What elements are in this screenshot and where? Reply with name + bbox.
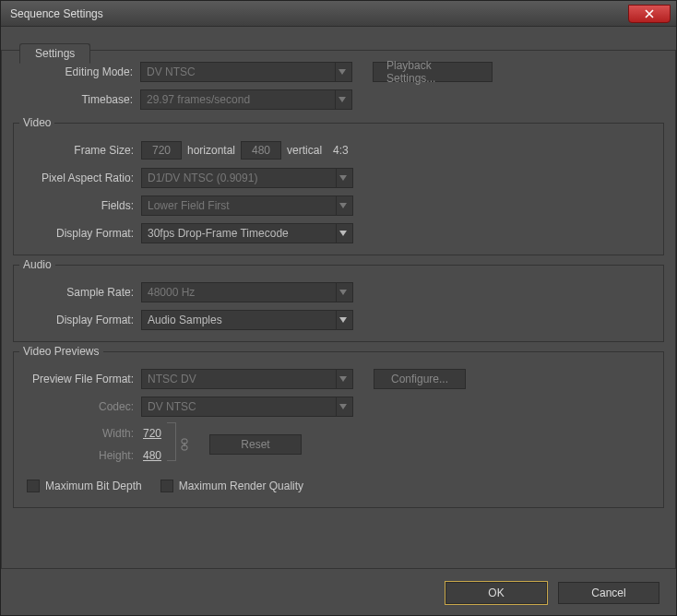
max-bit-depth-label: Maximum Bit Depth bbox=[45, 480, 142, 492]
video-previews-group: Video Previews Preview File Format: NTSC… bbox=[13, 351, 664, 508]
preview-width-value[interactable]: 720 bbox=[143, 427, 161, 440]
footer-buttons: OK Cancel bbox=[445, 582, 659, 604]
preview-height-label: Height: bbox=[99, 449, 134, 462]
link-icon[interactable] bbox=[176, 422, 193, 467]
timebase-label: Timebase: bbox=[2, 93, 140, 106]
chevron-down-icon bbox=[336, 196, 349, 215]
timebase-select[interactable]: 29.97 frames/second bbox=[140, 89, 352, 110]
preview-width-label: Width: bbox=[102, 427, 134, 440]
fields-label: Fields: bbox=[21, 199, 141, 212]
close-button[interactable] bbox=[628, 5, 671, 23]
chevron-down-icon bbox=[336, 224, 349, 243]
cancel-button[interactable]: Cancel bbox=[558, 582, 659, 604]
fields-value: Lower Field First bbox=[148, 199, 230, 212]
sequence-settings-window: Sequence Settings Settings Editing Mode:… bbox=[0, 0, 677, 616]
codec-select[interactable]: DV NTSC bbox=[141, 397, 353, 417]
link-bracket bbox=[167, 422, 176, 461]
frame-horizontal-label: horizontal bbox=[187, 144, 235, 157]
chevron-down-icon bbox=[336, 283, 349, 302]
codec-value: DV NTSC bbox=[148, 400, 196, 413]
preview-file-format-select[interactable]: NTSC DV bbox=[141, 369, 353, 389]
audio-group: Audio Sample Rate: 48000 Hz Display Form… bbox=[13, 265, 664, 342]
audio-legend: Audio bbox=[19, 258, 55, 271]
editing-mode-label: Editing Mode: bbox=[2, 65, 140, 78]
chevron-down-icon bbox=[336, 397, 349, 416]
audio-display-format-label: Display Format: bbox=[21, 314, 141, 326]
frame-width-input[interactable]: 720 bbox=[141, 141, 182, 160]
settings-panel: Editing Mode: DV NTSC Playback Settings.… bbox=[1, 50, 676, 569]
audio-display-format-select[interactable]: Audio Samples bbox=[141, 310, 353, 330]
tab-settings[interactable]: Settings bbox=[19, 43, 90, 64]
sample-rate-select[interactable]: 48000 Hz bbox=[141, 282, 353, 302]
frame-size-label: Frame Size: bbox=[21, 144, 141, 157]
reset-button[interactable]: Reset bbox=[209, 434, 302, 455]
audio-display-format-value: Audio Samples bbox=[148, 314, 222, 326]
chevron-down-icon bbox=[335, 63, 348, 81]
sample-rate-value: 48000 Hz bbox=[148, 286, 195, 299]
frame-height-input[interactable]: 480 bbox=[241, 141, 281, 160]
configure-button[interactable]: Configure... bbox=[374, 369, 466, 389]
playback-settings-button[interactable]: Playback Settings... bbox=[373, 62, 493, 82]
fields-select[interactable]: Lower Field First bbox=[141, 195, 353, 216]
video-legend: Video bbox=[19, 116, 54, 129]
preview-file-format-label: Preview File Format: bbox=[21, 373, 141, 385]
previews-legend: Video Previews bbox=[19, 345, 103, 358]
timebase-value: 29.97 frames/second bbox=[147, 93, 250, 106]
video-display-format-select[interactable]: 30fps Drop-Frame Timecode bbox=[141, 223, 353, 243]
max-bit-depth-checkbox[interactable] bbox=[27, 480, 40, 492]
editing-mode-value: DV NTSC bbox=[147, 65, 196, 78]
video-display-format-label: Display Format: bbox=[21, 227, 141, 240]
preview-height-value[interactable]: 480 bbox=[143, 449, 161, 462]
preview-file-format-value: NTSC DV bbox=[148, 373, 196, 385]
frame-aspect-label: 4:3 bbox=[333, 144, 349, 157]
par-select[interactable]: D1/DV NTSC (0.9091) bbox=[141, 168, 353, 188]
content-area: Settings Editing Mode: DV NTSC Playback … bbox=[1, 27, 676, 615]
frame-vertical-label: vertical bbox=[287, 144, 322, 157]
max-render-quality-label: Maximum Render Quality bbox=[179, 480, 303, 492]
chevron-down-icon bbox=[336, 370, 349, 388]
video-display-format-value: 30fps Drop-Frame Timecode bbox=[148, 227, 289, 240]
titlebar: Sequence Settings bbox=[1, 1, 676, 27]
chevron-down-icon bbox=[336, 169, 349, 187]
window-title: Sequence Settings bbox=[10, 7, 103, 20]
sample-rate-label: Sample Rate: bbox=[21, 286, 141, 299]
max-render-quality-checkbox[interactable] bbox=[160, 480, 173, 492]
chevron-down-icon bbox=[335, 90, 348, 109]
close-icon bbox=[645, 6, 654, 22]
chevron-down-icon bbox=[336, 311, 349, 329]
codec-label: Codec: bbox=[21, 400, 141, 413]
editing-mode-select[interactable]: DV NTSC bbox=[140, 62, 352, 82]
par-value: D1/DV NTSC (0.9091) bbox=[148, 172, 257, 184]
video-group: Video Frame Size: 720 horizontal 480 ver… bbox=[13, 123, 664, 255]
ok-button[interactable]: OK bbox=[445, 582, 547, 604]
par-label: Pixel Aspect Ratio: bbox=[21, 172, 141, 184]
